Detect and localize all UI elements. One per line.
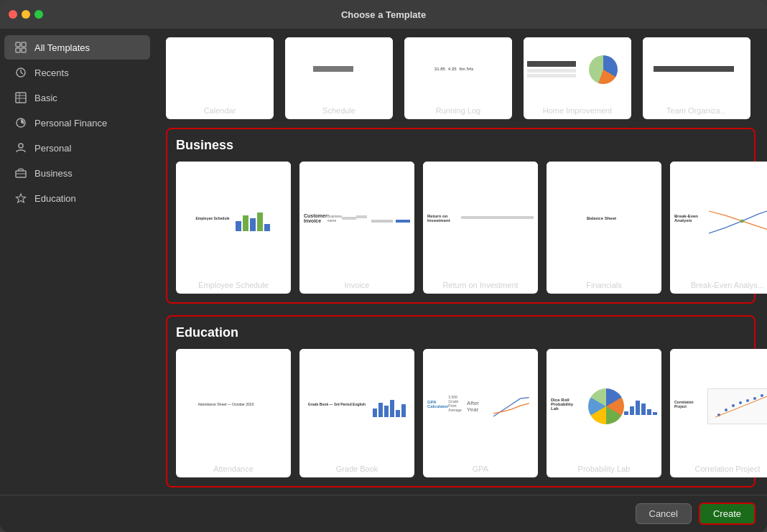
template-card-probability-lab[interactable]: Dice Roll Probability Lab [547,349,661,477]
sidebar-item-business[interactable]: Business [4,161,150,185]
education-section: Education Attendance Sheet — October 202… [166,315,756,487]
template-card-return-on-investment[interactable]: Return on Investment [423,162,538,294]
sidebar-item-basic[interactable]: Basic [4,85,150,110]
traffic-lights [9,10,43,19]
education-templates-grid: Attendance Sheet — October 2020 [176,349,745,477]
create-button[interactable]: Create [699,503,756,525]
education-section-title: Education [176,325,745,340]
svg-point-21 [746,399,749,402]
grid-icon [14,41,27,54]
template-card-correlation-project[interactable]: Correlation Project [670,349,767,477]
sidebar-label-basic: Basic [34,93,57,103]
template-card-attendance[interactable]: Attendance Sheet — October 2020 [176,349,291,477]
business-section: Business Employee Schedule [166,128,756,304]
template-label-team-organize: Team Organiza... [664,102,730,119]
template-label-schedule: Schedule [320,102,358,119]
svg-point-12 [19,144,23,148]
template-label-grade-book: Grade Book [333,460,381,477]
template-label-financials: Financials [583,276,625,294]
template-card-running-log[interactable]: 31.854.356m 54s [404,37,512,119]
template-label-gpa: GPA [470,460,491,477]
footer-bar: Cancel Create [0,495,767,532]
svg-point-19 [732,404,735,407]
template-card-invoice[interactable]: Customer Invoice Business name [299,162,414,294]
sidebar-label-business: Business [34,168,73,179]
template-card-team-organize[interactable]: Team Organiza... [643,37,750,119]
svg-rect-0 [16,42,20,47]
sidebar-item-personal[interactable]: Personal [4,136,150,160]
sidebar-label-recents: Recents [34,67,69,78]
business-templates-grid: Employee Schedule [176,162,745,294]
dialog: Choose a Template All Templates [0,0,767,532]
maximize-button[interactable] [34,10,43,19]
template-card-home-improvement[interactable]: Home Improvement [524,37,631,119]
template-card-calendar[interactable]: Calendar [166,37,274,119]
svg-line-6 [21,73,23,74]
chart-icon [14,116,27,129]
sidebar-item-personal-finance[interactable]: Personal Finance [4,111,150,135]
sidebar-item-education[interactable]: Education [4,186,150,210]
template-label-running-log: Running Log [433,102,483,119]
sidebar: All Templates Recents [0,29,154,495]
business-section-title: Business [176,138,745,153]
sidebar-label-personal: Personal [34,143,71,154]
template-label-invoice: Invoice [342,276,373,294]
title-bar: Choose a Template [0,0,767,29]
star-icon [14,192,27,205]
minimize-button[interactable] [22,10,30,19]
svg-point-16 [740,219,744,223]
template-label-correlation-project: Correlation Project [692,460,763,477]
clock-icon [14,66,27,79]
sidebar-item-recents[interactable]: Recents [4,60,150,85]
svg-point-18 [725,409,728,411]
svg-rect-2 [16,48,20,52]
cancel-button[interactable]: Cancel [636,503,692,524]
sidebar-label-education: Education [34,193,76,204]
sidebar-label-all-templates: All Templates [34,42,90,53]
svg-point-22 [753,397,756,400]
template-label-calendar: Calendar [201,102,239,119]
template-label-home-improvement: Home Improvement [540,102,615,119]
template-card-schedule[interactable]: Schedule [285,37,393,119]
template-card-grade-book[interactable]: Grade Book — 3rd Period English [299,349,414,477]
svg-line-25 [715,394,767,417]
template-card-employee-schedule[interactable]: Employee Schedule [176,162,291,294]
svg-rect-1 [22,42,26,47]
briefcase-icon [14,167,27,179]
svg-rect-3 [22,48,26,52]
template-label-return-on-investment: Return on Investment [440,276,521,294]
person-icon [14,141,27,154]
template-label-employee-schedule: Employee Schedule [195,276,271,294]
svg-marker-15 [17,194,26,202]
top-templates-row: Calendar [166,29,756,128]
template-card-break-even-analysis[interactable]: Break-Even Analysis [670,162,767,294]
template-label-probability-lab: Probability Lab [575,460,633,477]
content-area: Calendar [154,29,767,495]
template-card-gpa[interactable]: GPA Calculator 3.568 Grade Point Average [423,349,538,477]
template-label-break-even-analysis: Break-Even Analys... [688,276,767,294]
svg-rect-7 [16,93,26,103]
close-button[interactable] [9,10,17,19]
table-icon [14,91,27,104]
dialog-title: Choose a Template [341,9,426,20]
main-content: All Templates Recents [0,29,767,495]
sidebar-item-all-templates[interactable]: All Templates [4,35,150,60]
template-label-attendance: Attendance [210,460,256,477]
sidebar-label-personal-finance: Personal Finance [34,118,107,129]
svg-point-20 [739,401,742,404]
svg-point-23 [761,394,763,397]
template-card-financials[interactable]: Balance Sheet [547,162,661,294]
